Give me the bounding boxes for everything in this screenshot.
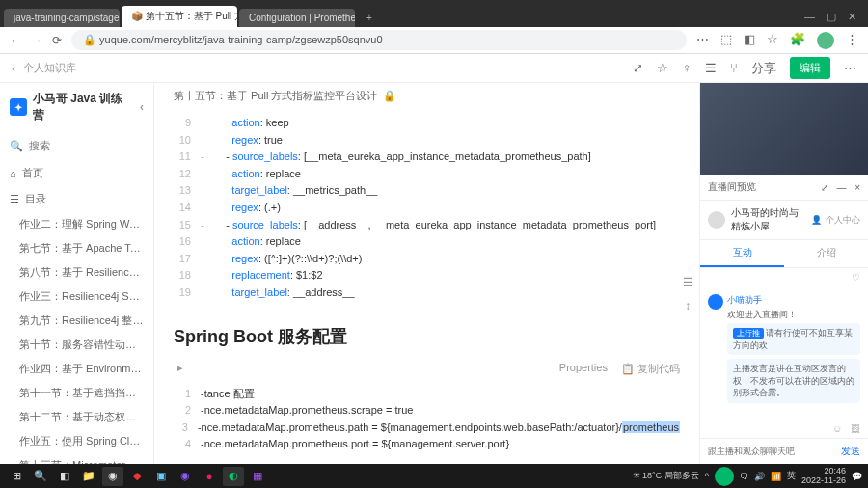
translate-icon[interactable]: ⋯ [696,32,709,49]
search-icon[interactable]: 🔍 [30,467,51,486]
back-icon[interactable]: ← [10,34,21,47]
book-title[interactable]: ✦ 小马哥 Java 训练营 ‹ [0,91,153,131]
avatar [708,294,723,310]
browser-tab[interactable]: java-training-camp/stage-1 a... [4,9,120,27]
emoji-icon[interactable]: ☺ [832,423,842,434]
live-preview-panel: 直播间预览 ⤢ — × 小马哥的时尚与精炼小屋 👤个人中心 互动 介绍 ♡ 小喵… [699,83,868,464]
extension-icon[interactable]: ◧ [744,32,755,49]
sidebar-search[interactable]: 🔍 Ctrl J + [0,131,153,160]
toc-item[interactable]: 作业四：基于 EnvironmentCh... [0,357,153,381]
tray-icon[interactable]: 🔊 [754,472,765,481]
code-block-properties[interactable]: 1-tance 配置2-nce.metadataMap.prometheus.s… [174,380,680,459]
maximize-icon[interactable]: ▢ [827,11,836,23]
tab-interact[interactable]: 互动 [700,240,784,267]
app-icon[interactable]: ◆ [126,467,148,486]
bookmark-icon[interactable]: ☆ [767,32,778,49]
windows-taskbar: ⊞ 🔍 ◧ 📁 ◉ ◆ ▣ ◉ ● ◐ ▦ ☀ 18°C 局部多云 ^ 🗨 🔊 … [0,464,868,488]
app-icon[interactable]: ◐ [223,467,244,486]
collapse-icon[interactable]: ‹ [140,100,144,114]
nav-toc[interactable]: ☰目录 [0,186,153,212]
expand-icon[interactable]: ⤢ [821,182,828,193]
home-icon: ⌂ [10,168,16,179]
menu-icon[interactable]: ⋮ [846,32,858,49]
toc-item[interactable]: 第十二节：基于动态权重的负... [0,405,153,429]
browser-tab-strip: java-training-camp/stage-1 a... 📦 第十五节：基… [0,0,868,27]
expand-icon[interactable]: ⤢ [633,61,643,75]
toc-item[interactable]: 第七节：基于 Apache Tomcat... [0,236,153,260]
more-icon[interactable]: ☰ [705,61,717,75]
lock-icon: 🔒 [383,90,396,102]
copy-code-button[interactable]: 📋 复制代码 [621,362,680,376]
new-tab-button[interactable]: + [357,9,382,27]
tray-icon[interactable]: ^ [705,472,709,481]
weather-widget[interactable]: ☀ 18°C 局部多云 [633,470,699,482]
tray-ime-icon[interactable]: 英 [787,470,796,482]
page-title: 第十五节：基于 Pull 方式指标监控平台设计 [174,89,377,103]
sidebar: ✦ 小马哥 Java 训练营 ‹ 🔍 Ctrl J + ⌂首页 ☰目录 作业二：… [0,83,154,464]
app-icon[interactable]: ◉ [175,467,196,486]
image-icon[interactable]: 🖼 [851,423,860,434]
profile-avatar[interactable] [817,32,834,49]
address-bar: ← → ⟳ 🔒 yuque.com/mercyblitz/java-traini… [0,27,868,54]
nav-home[interactable]: ⌂首页 [0,160,153,186]
start-icon[interactable]: ⊞ [6,467,27,486]
toc-item[interactable]: 作业三：Resilience4j Spring W... [0,285,153,309]
minimize-icon[interactable]: — [836,182,846,193]
browser-tab[interactable]: 📦 第十五节：基于 Pull 方式指标...× [122,6,237,27]
toc-item[interactable]: 作业五：使用 Spring Cloud N... [0,429,153,453]
chrome-icon[interactable]: ◉ [102,467,123,486]
tab-intro[interactable]: 介绍 [784,240,868,267]
reload-icon[interactable]: ⟳ [52,34,62,47]
url-input[interactable]: 🔒 yuque.com/mercyblitz/java-training-cam… [71,30,687,50]
toc-item[interactable]: 第十节：服务容错性动态变更... [0,333,153,357]
app-header: ‹ 个人知识库 ⤢ ☆ ♀ ☰ ⑂ 分享 编辑 ⋯ [0,54,868,83]
scroll-icon[interactable]: ↕ [685,299,691,312]
collapse-icon[interactable]: ▸ [177,362,183,376]
chat-body: 小喵助手 欢迎进入直播间！ 上行推请有行使可不如互享某方向的欢 主播发言是讲在互… [700,286,868,420]
send-button[interactable]: 发送 [841,445,860,458]
app-icon[interactable]: ▣ [150,467,172,486]
user-icon[interactable]: ♀ [682,61,692,75]
forward-icon[interactable]: → [31,34,42,47]
tray-icon[interactable]: 🗨 [740,472,748,481]
toc-item[interactable]: 作业二：理解 Spring WebMV... [0,212,153,236]
task-view-icon[interactable]: ◧ [54,467,75,486]
browser-tab[interactable]: Configuration | Prometheus [239,9,355,27]
lang-label[interactable]: Properties [559,362,608,376]
extensions-icon[interactable]: 🧩 [790,32,805,49]
preview-title: 直播间预览 [708,180,756,194]
book-icon: ✦ [10,98,27,116]
app-icon[interactable]: ● [199,467,220,486]
notifications-icon[interactable]: 💬 [852,472,862,481]
preview-user-row: 小马哥的时尚与精炼小屋 👤个人中心 [700,201,868,240]
webcam-video [700,83,868,175]
extension-icon[interactable]: ⬚ [720,32,732,49]
close-icon[interactable]: ✕ [848,11,856,23]
edit-button[interactable]: 编辑 [790,57,830,79]
code-block-yaml[interactable]: 9 action: keep10 regex: true11- - source… [174,109,680,308]
document-content: 第十五节：基于 Pull 方式指标监控平台设计 🔒 9 action: keep… [154,83,699,464]
close-icon[interactable]: × [854,182,860,193]
toc-item[interactable]: 第十三节：Micrometer 基础 [0,453,153,464]
star-icon[interactable]: ☆ [657,61,668,75]
share-link[interactable]: 分享 [751,60,776,77]
chat-input[interactable] [708,447,835,456]
app-icon[interactable]: ▦ [247,467,268,486]
outline-icon[interactable]: ☰ [683,276,693,289]
explorer-icon[interactable]: 📁 [78,467,99,486]
heart-icon[interactable]: ♡ [852,272,860,283]
toc-item[interactable]: 第十一节：基于遮挡挡的的优... [0,381,153,405]
clock[interactable]: 20:46 2022-11-26 [801,467,846,486]
list-icon: ☰ [10,193,19,205]
tray-wifi-icon[interactable]: 📶 [771,472,781,481]
more-menu-icon[interactable]: ⋯ [844,61,856,75]
toc-item[interactable]: 第八节：基于 Resilience4j 实... [0,260,153,285]
fork-icon[interactable]: ⑂ [730,61,738,75]
minimize-icon[interactable]: — [804,11,815,23]
back-icon[interactable]: ‹ [12,62,15,75]
qq-icon[interactable] [715,467,734,486]
toc-item[interactable]: 第九节：Resilience4j 整合第三... [0,309,153,333]
breadcrumb[interactable]: 个人知识库 [23,61,76,75]
search-icon: 🔍 [10,140,23,152]
heading-spring-boot: Spring Boot 服务配置 [174,325,680,348]
